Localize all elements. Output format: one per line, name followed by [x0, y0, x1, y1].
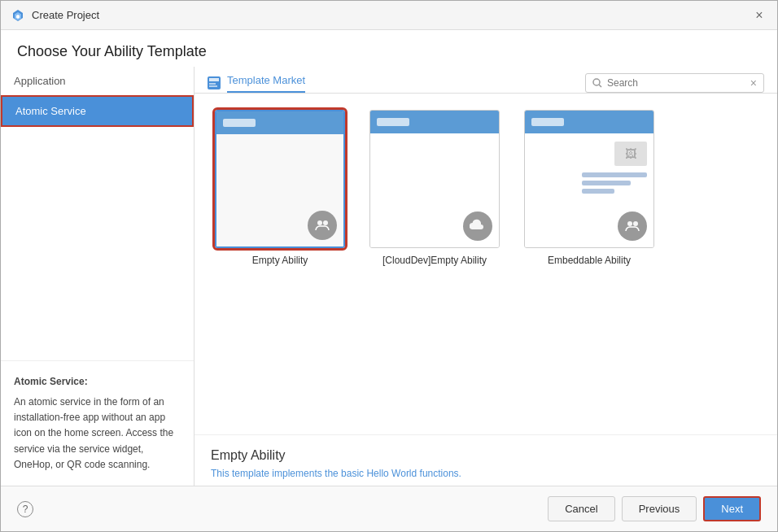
preview-header-embeddable [525, 111, 653, 133]
svg-point-4 [593, 79, 600, 85]
main-content: Template Market × [194, 67, 777, 486]
text-line-1 [582, 172, 647, 177]
help-button[interactable]: ? [17, 501, 33, 517]
selected-template-name: Empty Ability [211, 448, 761, 463]
text-line-3 [582, 189, 614, 194]
text-line-2 [582, 181, 631, 185]
app-logo-icon [11, 8, 25, 23]
preview-header-bar-embeddable [531, 118, 564, 126]
empty-ability-icon [308, 211, 337, 240]
template-name-clouddev: [CloudDev]Empty Ability [382, 255, 487, 266]
description-title: Atomic Service: [14, 374, 181, 390]
sidebar-category-application: Application [1, 67, 194, 95]
svg-point-8 [627, 221, 632, 226]
svg-rect-2 [209, 83, 216, 85]
close-button[interactable]: × [751, 7, 767, 24]
svg-line-5 [599, 85, 601, 87]
template-card-clouddev-empty[interactable]: [CloudDev]Empty Ability [365, 110, 504, 266]
template-card-embeddable[interactable]: 🖼 [520, 110, 658, 266]
template-tabs: Template Market × [194, 67, 777, 94]
dialog-footer: ? Cancel Previous Next [1, 486, 777, 531]
title-bar-left: Create Project [11, 8, 99, 23]
tab-left: Template Market [208, 74, 305, 93]
preview-body-empty [216, 134, 343, 246]
svg-rect-3 [209, 85, 217, 87]
page-title: Choose Your Ability Template [17, 43, 761, 60]
selected-template-description: This template implements the basic Hello… [211, 468, 761, 479]
preview-header-clouddev [370, 111, 499, 133]
search-icon [592, 78, 602, 88]
clouddev-empty-icon [463, 211, 492, 241]
template-info: Empty Ability This template implements t… [194, 434, 777, 486]
title-bar: Create Project × [1, 1, 777, 30]
template-market-tab[interactable]: Template Market [227, 74, 305, 93]
template-name-empty-ability: Empty Ability [252, 255, 308, 266]
description-text: An atomic service in the form of an inst… [14, 396, 173, 470]
preview-body-clouddev [370, 133, 499, 247]
sidebar: Application Atomic Service Atomic Servic… [1, 67, 194, 486]
preview-header [216, 111, 343, 134]
tab-icon [208, 76, 221, 89]
preview-header-bar [223, 119, 256, 127]
preview-header-bar-clouddev [377, 118, 409, 126]
embeddable-icon-wrap [618, 211, 647, 241]
previous-button[interactable]: Previous [622, 496, 697, 521]
svg-rect-1 [209, 78, 219, 81]
create-project-dialog: Create Project × Choose Your Ability Tem… [0, 0, 778, 532]
search-clear-button[interactable]: × [750, 76, 757, 89]
dialog-title: Create Project [32, 9, 99, 21]
template-preview-clouddev[interactable] [369, 110, 500, 248]
embeddable-text-lines [582, 172, 647, 194]
template-card-empty-ability[interactable]: Empty Ability [211, 110, 349, 266]
footer-left: ? [17, 501, 33, 517]
template-preview-empty-ability[interactable] [215, 110, 345, 248]
embeddable-image-placeholder: 🖼 [614, 142, 647, 166]
svg-point-7 [323, 220, 328, 225]
footer-buttons: Cancel Previous Next [548, 496, 761, 521]
sidebar-item-atomic-service[interactable]: Atomic Service [1, 95, 194, 127]
dialog-body: Application Atomic Service Atomic Servic… [1, 67, 777, 486]
svg-point-9 [633, 221, 638, 226]
search-box[interactable]: × [585, 73, 764, 93]
embeddable-ability-icon [618, 211, 647, 241]
preview-body-embeddable: 🖼 [525, 133, 653, 247]
svg-point-6 [317, 220, 322, 225]
templates-grid: Empty Ability [194, 94, 777, 434]
next-button[interactable]: Next [703, 496, 761, 521]
cancel-button[interactable]: Cancel [548, 496, 614, 521]
sidebar-description: Atomic Service: An atomic service in the… [1, 360, 194, 486]
template-preview-embeddable[interactable]: 🖼 [524, 110, 654, 248]
dialog-header: Choose Your Ability Template [1, 30, 777, 67]
template-name-embeddable: Embeddable Ability [548, 255, 631, 266]
search-input[interactable] [607, 77, 745, 89]
